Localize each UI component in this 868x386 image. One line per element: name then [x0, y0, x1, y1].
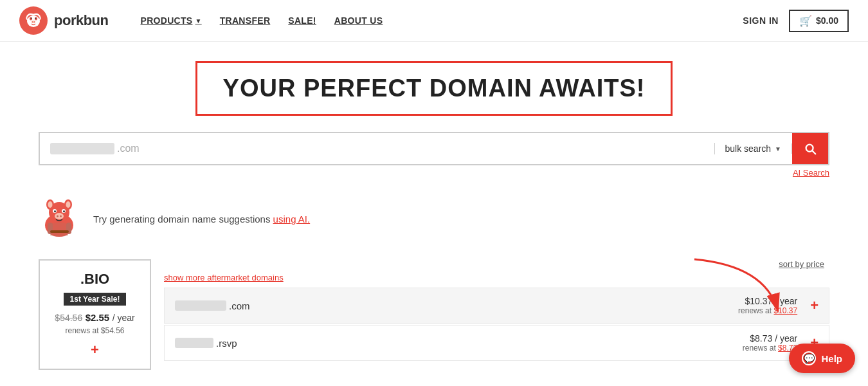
nav-products[interactable]: PRODUCTS ▼: [141, 15, 202, 26]
domain-add-button-1[interactable]: +: [810, 297, 818, 314]
domain-price-label-1: $10.37 / year: [738, 296, 797, 306]
domain-name-1: .com: [175, 300, 250, 311]
domain-row: .rsvp $8.73 / year renews at $8.73 +: [164, 325, 829, 361]
svg-point-3: [31, 18, 32, 19]
domain-name-blur-2: [175, 338, 213, 348]
main-content: YOUR PERFECT DOMAIN AWAITS! .com bulk se…: [0, 42, 868, 370]
sort-by-price-label[interactable]: sort by price: [164, 259, 829, 269]
domain-ext-1: .com: [229, 300, 250, 311]
hero-section: YOUR PERFECT DOMAIN AWAITS!: [39, 42, 829, 132]
results-area: .BIO 1st Year Sale! $54.56 $2.55 / year …: [39, 259, 829, 370]
search-bar: .com bulk search ▼: [39, 132, 829, 165]
tld-per-year: / year: [113, 313, 135, 323]
tld-old-price: $54.56: [55, 313, 82, 323]
domain-renews-2: renews at $8.73: [743, 344, 797, 353]
svg-point-18: [55, 213, 64, 219]
tld-name: .BIO: [50, 271, 140, 288]
sign-in-button[interactable]: SIGN IN: [743, 15, 779, 26]
domain-row: .com $10.37 / year renews at $10.37 +: [164, 288, 829, 324]
domain-name-blur-1: [175, 300, 226, 311]
ai-suggestion-text: Try generating domain name suggestions u…: [93, 214, 310, 225]
main-nav: PRODUCTS ▼ TRANSFER SALE! ABOUT US: [141, 15, 383, 26]
domain-price-1: $10.37 / year renews at $10.37: [738, 296, 797, 315]
bulk-search-arrow: ▼: [775, 145, 781, 152]
domain-price-label-2: $8.73 / year: [743, 333, 797, 344]
bulk-search-toggle[interactable]: bulk search ▼: [715, 143, 793, 154]
search-input-area[interactable]: .com: [40, 143, 715, 154]
search-section: .com bulk search ▼ AI Search: [39, 132, 829, 185]
ai-link[interactable]: using AI.: [273, 214, 311, 225]
svg-point-6: [32, 21, 33, 22]
search-button[interactable]: [792, 133, 828, 164]
cart-icon: 🛒: [799, 15, 812, 27]
tld-add-button[interactable]: +: [91, 342, 99, 358]
products-dropdown-arrow: ▼: [195, 17, 201, 24]
bulk-search-label: bulk search: [725, 143, 772, 154]
tld-sale-badge: 1st Year Sale!: [64, 293, 127, 306]
domain-renews-1: renews at $10.37: [738, 306, 797, 315]
domain-list-column: sort by price show more aftermarket doma…: [164, 259, 829, 370]
logo-wordmark: porkbun: [54, 12, 109, 29]
tld-card: .BIO 1st Year Sale! $54.56 $2.55 / year …: [39, 259, 151, 370]
search-placeholder-blur: [50, 143, 114, 154]
svg-point-4: [35, 18, 37, 19]
svg-point-17: [63, 210, 65, 212]
header: porkbun PRODUCTS ▼ TRANSFER SALE! ABOUT …: [0, 0, 868, 42]
pig-mascot: [39, 198, 80, 240]
cart-price: $0.00: [816, 15, 838, 26]
tld-renews: renews at $54.56: [50, 326, 140, 335]
svg-point-7: [34, 21, 35, 22]
svg-point-12: [48, 201, 53, 208]
ai-search-link[interactable]: AI Search: [39, 165, 829, 180]
cart-button[interactable]: 🛒 $0.00: [789, 10, 849, 32]
svg-point-20: [60, 216, 62, 217]
logo[interactable]: porkbun: [19, 6, 109, 35]
help-bubble-icon: 💬: [802, 351, 816, 365]
ai-suggestion-section: Try generating domain name suggestions u…: [39, 185, 829, 259]
domain-name-2: .rsvp: [175, 338, 237, 349]
help-button[interactable]: 💬 Help: [789, 344, 855, 373]
svg-point-19: [57, 216, 59, 217]
logo-icon: [19, 6, 48, 35]
nav-transfer[interactable]: TRANSFER: [220, 15, 271, 26]
search-icon: [803, 142, 817, 156]
hero-title-box: YOUR PERFECT DOMAIN AWAITS!: [195, 61, 673, 116]
nav-about[interactable]: ABOUT US: [334, 15, 383, 26]
domain-price-2: $8.73 / year renews at $8.73: [743, 333, 797, 353]
domain-renews-price-1: $10.37: [773, 306, 797, 315]
svg-point-16: [54, 210, 56, 212]
svg-rect-23: [50, 230, 69, 233]
help-label: Help: [821, 353, 842, 364]
search-domain-suffix: .com: [117, 143, 704, 154]
show-more-aftermarket-link[interactable]: show more aftermarket domains: [164, 273, 829, 282]
nav-sale[interactable]: SALE!: [288, 15, 316, 26]
domain-ext-2: .rsvp: [216, 338, 237, 349]
tld-column: .BIO 1st Year Sale! $54.56 $2.55 / year …: [39, 259, 151, 370]
header-right: SIGN IN 🛒 $0.00: [743, 10, 849, 32]
tld-new-price: $2.55: [86, 312, 110, 323]
hero-title: YOUR PERFECT DOMAIN AWAITS!: [223, 75, 646, 102]
svg-point-13: [66, 201, 71, 208]
